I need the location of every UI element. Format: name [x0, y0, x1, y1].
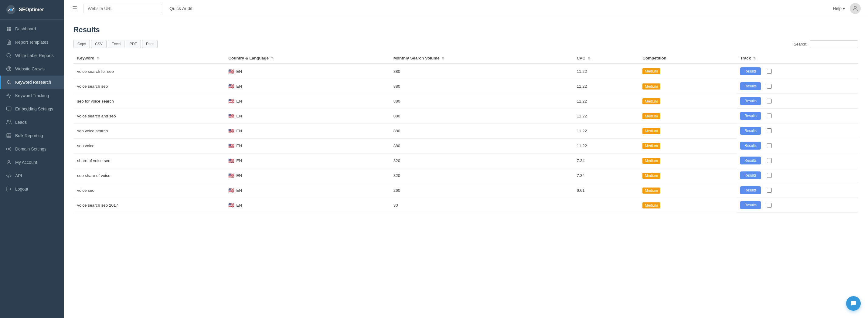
cell-track: Results — [737, 153, 858, 168]
sidebar-item-white-label-reports[interactable]: White Label Reports — [0, 49, 64, 62]
header: ☰ Quick Audit Help ▾ — [64, 0, 868, 17]
user-avatar[interactable] — [850, 3, 861, 14]
sidebar-item-embedding-settings[interactable]: Embedding Settings — [0, 102, 64, 116]
results-button[interactable]: Results — [740, 157, 761, 164]
track-checkbox[interactable] — [767, 128, 772, 133]
sidebar-item-report-templates-label: Report Templates — [15, 40, 48, 44]
track-checkbox[interactable] — [767, 173, 772, 178]
cell-country-language: 🇺🇸 EN — [225, 64, 390, 79]
quick-audit-button[interactable]: Quick Audit — [167, 5, 195, 12]
results-button[interactable]: Results — [740, 186, 761, 194]
main-area: ☰ Quick Audit Help ▾ Results Copy CSV Ex… — [64, 0, 868, 318]
results-button[interactable]: Results — [740, 171, 761, 179]
competition-badge: Medium — [643, 188, 660, 194]
competition-badge: Medium — [643, 84, 660, 90]
cpc-sort-icon[interactable]: ⇅ — [588, 57, 590, 60]
chat-bubble[interactable] — [846, 296, 861, 311]
print-button[interactable]: Print — [142, 40, 158, 48]
sidebar-item-report-templates[interactable]: Report Templates — [0, 35, 64, 49]
flag-icon: 🇺🇸 — [228, 188, 235, 193]
pdf-button[interactable]: PDF — [126, 40, 141, 48]
table-row: voice search for seo 🇺🇸 EN 880 11.22 Med… — [73, 64, 858, 79]
results-table: Keyword ⇅ Country & Language ⇅ Monthly S… — [73, 53, 858, 213]
copy-button[interactable]: Copy — [73, 40, 90, 48]
help-button[interactable]: Help ▾ — [833, 6, 845, 11]
sidebar-item-leads[interactable]: Leads — [0, 116, 64, 129]
lang-label: EN — [236, 69, 242, 74]
sidebar-item-logout-label: Logout — [15, 187, 28, 191]
results-button[interactable]: Results — [740, 201, 761, 209]
results-button[interactable]: Results — [740, 82, 761, 90]
track-checkbox[interactable] — [767, 84, 772, 89]
cell-cpc: 11.22 — [573, 94, 639, 108]
sidebar-nav: Dashboard Report Templates White Label R… — [0, 20, 64, 198]
results-button[interactable]: Results — [740, 67, 761, 75]
csv-button[interactable]: CSV — [91, 40, 106, 48]
results-button[interactable]: Results — [740, 127, 761, 135]
flag-icon: 🇺🇸 — [228, 202, 235, 208]
col-cpc: CPC ⇅ — [573, 53, 639, 64]
sidebar-item-dashboard[interactable]: Dashboard — [0, 22, 64, 35]
results-button[interactable]: Results — [740, 112, 761, 120]
help-chevron-icon: ▾ — [843, 6, 845, 11]
sidebar-item-bulk-reporting[interactable]: Bulk Reporting — [0, 129, 64, 142]
track-checkbox[interactable] — [767, 188, 772, 193]
flag-icon: 🇺🇸 — [228, 128, 235, 134]
track-checkbox[interactable] — [767, 203, 772, 208]
cell-cpc: 11.22 — [573, 64, 639, 79]
cell-volume: 880 — [390, 124, 573, 138]
sidebar-item-logout[interactable]: Logout — [0, 182, 64, 196]
col-competition: Competition — [639, 53, 737, 64]
svg-point-8 — [7, 54, 10, 57]
sidebar-item-my-account-label: My Account — [15, 160, 37, 165]
country-sort-icon[interactable]: ⇅ — [271, 57, 274, 60]
cell-track: Results — [737, 198, 858, 213]
col-country-language: Country & Language ⇅ — [225, 53, 390, 64]
sidebar-item-keyword-tracking[interactable]: Keyword Tracking — [0, 89, 64, 102]
table-search-input[interactable] — [810, 40, 858, 48]
flag-icon: 🇺🇸 — [228, 84, 235, 89]
cell-volume: 880 — [390, 64, 573, 79]
logo[interactable]: SEOptimer — [0, 0, 64, 20]
table-row: seo voice 🇺🇸 EN 880 11.22 Medium Results — [73, 138, 858, 153]
sidebar-item-api[interactable]: API — [0, 169, 64, 182]
competition-badge: Medium — [643, 202, 660, 209]
sidebar-item-website-crawls[interactable]: Website Crawls — [0, 62, 64, 75]
track-checkbox[interactable] — [767, 69, 772, 74]
cell-volume: 320 — [390, 153, 573, 168]
results-button[interactable]: Results — [740, 97, 761, 105]
competition-badge: Medium — [643, 173, 660, 179]
table-row: share of voice seo 🇺🇸 EN 320 7.34 Medium… — [73, 153, 858, 168]
track-checkbox[interactable] — [767, 143, 772, 148]
track-sort-icon[interactable]: ⇅ — [753, 57, 756, 60]
sidebar-item-white-label-reports-label: White Label Reports — [15, 53, 54, 58]
flag-icon: 🇺🇸 — [228, 173, 235, 179]
table-row: voice search and seo 🇺🇸 EN 880 11.22 Med… — [73, 108, 858, 124]
sidebar-item-domain-settings[interactable]: Domain Settings — [0, 142, 64, 156]
track-checkbox[interactable] — [767, 99, 772, 103]
table-row: voice search seo 🇺🇸 EN 880 11.22 Medium … — [73, 79, 858, 94]
cell-cpc: 11.22 — [573, 108, 639, 124]
sidebar-item-embedding-settings-label: Embedding Settings — [15, 106, 53, 112]
volume-sort-icon[interactable]: ⇅ — [442, 57, 444, 60]
cell-keyword: voice search seo — [73, 79, 225, 94]
lang-label: EN — [236, 99, 242, 103]
track-checkbox[interactable] — [767, 158, 772, 163]
sidebar-item-keyword-research[interactable]: Keyword Research — [0, 75, 64, 89]
cell-competition: Medium — [639, 168, 737, 183]
cell-cpc: 7.34 — [573, 153, 639, 168]
sidebar: SEOptimer Dashboard Report Templates Whi… — [0, 0, 64, 318]
results-button[interactable]: Results — [740, 142, 761, 150]
sidebar-item-my-account[interactable]: My Account — [0, 156, 64, 169]
svg-rect-5 — [9, 29, 11, 31]
lang-label: EN — [236, 144, 242, 148]
hamburger-button[interactable]: ☰ — [71, 4, 78, 13]
flag-icon: 🇺🇸 — [228, 143, 235, 149]
cell-cpc: 7.34 — [573, 168, 639, 183]
cell-volume: 880 — [390, 108, 573, 124]
excel-button[interactable]: Excel — [108, 40, 124, 48]
svg-point-20 — [8, 148, 10, 150]
track-checkbox[interactable] — [767, 114, 772, 118]
website-url-input[interactable] — [83, 4, 162, 13]
keyword-sort-icon[interactable]: ⇅ — [97, 57, 100, 60]
